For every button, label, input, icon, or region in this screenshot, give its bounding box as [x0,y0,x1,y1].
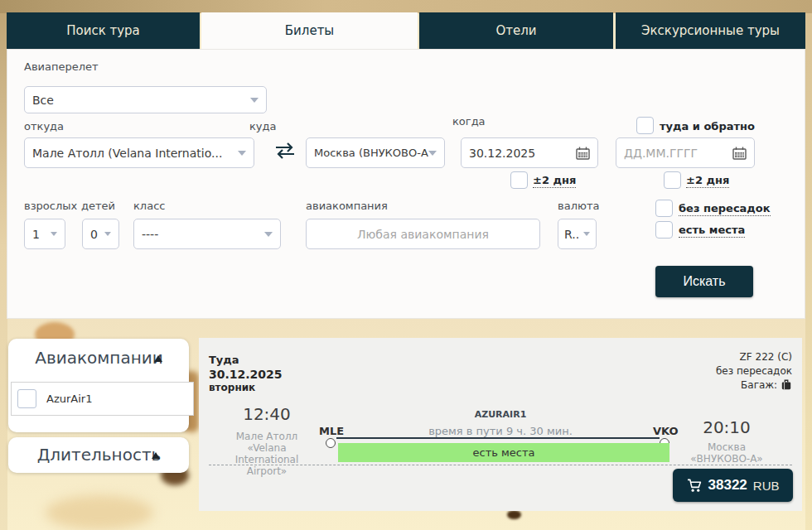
origin-select[interactable]: Мале Атолл (Velana Internatio... [24,137,254,168]
duration-filter-box: Длительность [8,437,189,473]
currency-label: валюта [558,200,599,212]
adults-label: взрослых [24,200,77,212]
swap-arrows-icon [274,141,296,161]
duration-filter-header[interactable]: Длительность [8,437,189,465]
seats-available-banner: есть места [338,443,669,462]
flight-type-value: Все [32,94,54,107]
class-value: ---- [142,228,158,241]
baggage-icon [781,379,792,390]
from-label: откуда [24,120,64,132]
calendar-icon [576,147,590,160]
return-date-placeholder: ДД.ММ.ГГГГ [624,147,698,160]
children-select[interactable]: 0 [82,219,119,249]
class-label: класс [133,200,165,212]
cart-icon [687,479,703,493]
transfers-note: без пересадок [716,364,792,378]
duration-filter-title: Длительность [37,445,162,465]
tab-label: Экскурсионные туры [641,23,780,38]
flight-meta: ZF 222 (C) без пересадок Багаж: [716,350,792,393]
return-date-input[interactable]: ДД.ММ.ГГГГ [616,137,755,168]
departure-airport-line: Мале Атолл [217,431,317,442]
depart-date-input[interactable]: 30.12.2025 [461,137,598,168]
return-flex-dates-label[interactable]: ±2 дня [686,174,729,188]
departure-airport-line: Airport» [217,465,317,477]
tab-hotels[interactable]: Отели [419,12,613,49]
background-blur-shape [46,495,153,530]
arrival-time: 20:10 [677,417,776,437]
section-label: Авиаперелет [24,60,99,73]
when-label: когда [452,115,486,128]
price-currency: RUB [753,479,780,493]
airline-filter-checkbox[interactable] [17,389,36,408]
tab-label: Поиск тура [66,23,140,38]
class-select[interactable]: ---- [133,219,281,249]
collapse-arrow-icon [152,452,160,459]
no-transfers-label[interactable]: без пересадок [679,202,771,216]
collapse-arrow-icon [154,355,162,362]
chevron-down-icon [583,232,590,236]
chevron-down-icon [238,151,246,156]
departure-block: 12:40 Мале Атолл «Velana International A… [217,404,317,477]
airlines-filter-header[interactable]: Авиакомпании [8,339,189,368]
departure-airport-line: «Velana International [217,442,317,465]
background-photo-strip-right [805,13,812,530]
chevron-down-icon [250,98,259,103]
search-button[interactable]: Искать [655,266,753,297]
arrival-airport-code: VKO [653,425,676,437]
page: Поиск тура Билеты Отели Экскурсионные ту… [0,0,812,530]
arrival-block: 20:10 Москва «ВНУКОВО-А» [677,417,776,465]
adults-value: 1 [32,228,40,241]
currency-select[interactable]: R.. [558,219,597,249]
buy-ticket-button[interactable]: 38322 RUB [673,469,793,502]
airlines-filter-title: Авиакомпании [35,348,163,368]
price-value: 38322 [708,477,747,494]
tab-excursion-tours[interactable]: Экскурсионные туры [616,12,805,49]
no-transfers-checkbox[interactable] [655,200,673,217]
tab-tour-search[interactable]: Поиск тура [7,12,200,49]
route-line [336,437,660,439]
calendar-icon [732,147,747,160]
direction-label: Туда [209,354,239,366]
baggage-label: Багаж: [741,379,777,391]
airline-placeholder: Любая авиакомпания [357,228,489,241]
children-label: детей [81,200,115,212]
flight-search-panel: Авиаперелет Все откуда куда Мале Атолл (… [7,49,805,319]
seats-available-checkbox[interactable] [655,221,673,238]
carrier-name: AZURAIR1 [376,409,625,420]
chevron-down-icon [104,232,111,236]
chevron-down-icon [51,232,57,236]
departure-airport-code: MLE [319,425,342,437]
flight-date: 30.12.2025 [209,368,283,381]
duration-text: время в пути 9 ч. 30 мин. [376,425,625,437]
destination-select[interactable]: Москва (ВНУКОВО-А) [306,137,445,168]
round-trip-label: туда и обратно [660,120,755,132]
tab-tickets[interactable]: Билеты [201,12,418,49]
adults-select[interactable]: 1 [24,219,65,249]
flight-number: ZF 222 (C) [716,350,792,364]
search-button-label: Искать [683,274,725,289]
chevron-down-icon [264,232,273,237]
route-endpoint-marker [326,438,336,448]
round-trip-checkbox[interactable] [636,117,654,134]
airline-filter-row: AzurAir1 [11,382,194,416]
tab-label: Отели [495,23,536,38]
return-flex-dates-checkbox[interactable] [664,171,681,189]
tab-label: Билеты [285,23,334,38]
departure-time: 12:40 [217,404,317,424]
depart-flex-dates-label[interactable]: ±2 дня [533,174,576,188]
origin-value: Мале Атолл (Velana Internatio... [32,147,222,160]
seats-available-label[interactable]: есть места [679,224,745,238]
currency-value: R.. [564,228,579,241]
flight-weekday: вторник [209,382,255,393]
flight-result-card: Туда 30.12.2025 вторник ZF 222 (C) без п… [199,338,802,511]
flight-type-select[interactable]: Все [24,86,267,113]
swap-directions-button[interactable] [274,141,296,164]
background-photo-strip-top [0,0,812,13]
airline-input[interactable]: Любая авиакомпания [306,219,540,249]
price-divider [209,465,792,465]
depart-flex-dates-checkbox[interactable] [510,171,528,189]
children-value: 0 [90,228,98,241]
to-label: куда [249,120,277,132]
chevron-down-icon [428,151,437,156]
airline-label: авиакомпания [306,200,388,212]
